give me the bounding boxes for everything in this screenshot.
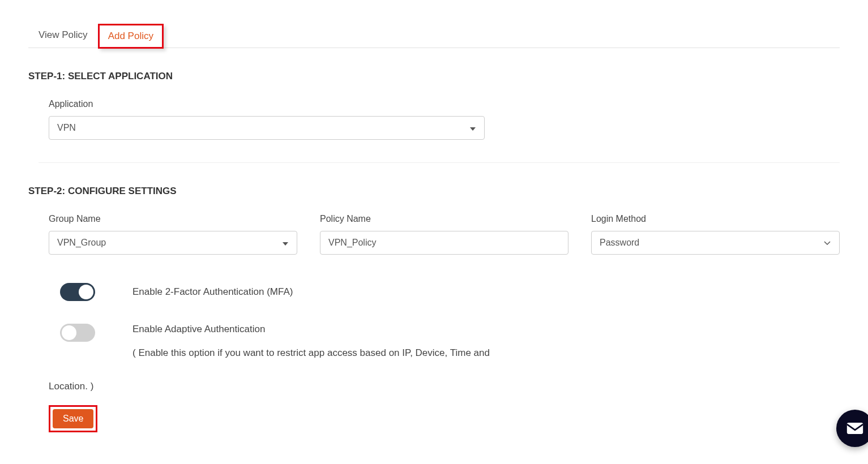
policy-name-label: Policy Name	[320, 214, 568, 224]
tab-view-policy[interactable]: View Policy	[28, 23, 98, 48]
application-select[interactable]: VPN	[49, 116, 485, 140]
policy-name-input[interactable]	[320, 231, 568, 255]
adaptive-desc-line2: Location. )	[49, 379, 840, 395]
step1-header: STEP-1: SELECT APPLICATION	[28, 71, 840, 82]
adaptive-desc-line1: ( Enable this option if you want to rest…	[132, 345, 840, 362]
svg-rect-0	[847, 423, 863, 434]
mfa-toggle-label: Enable 2-Factor Authentication (MFA)	[132, 286, 293, 298]
toggle-knob	[79, 285, 93, 299]
toggle-knob	[62, 325, 76, 340]
tab-add-policy[interactable]: Add Policy	[98, 24, 164, 49]
application-label: Application	[49, 99, 828, 109]
step2-header: STEP-2: CONFIGURE SETTINGS	[28, 186, 840, 197]
adaptive-toggle[interactable]	[60, 324, 95, 342]
adaptive-toggle-label: Enable Adaptive Authentication	[132, 324, 840, 335]
divider	[39, 162, 840, 163]
group-name-label: Group Name	[49, 214, 297, 224]
mfa-toggle[interactable]	[60, 283, 95, 301]
tabs-row: View Policy Add Policy	[28, 23, 840, 48]
group-name-select[interactable]: VPN_Group	[49, 231, 297, 255]
login-method-label: Login Method	[591, 214, 840, 224]
login-method-select[interactable]: Password	[591, 231, 840, 255]
save-highlight-box: Save	[49, 405, 97, 432]
save-button[interactable]: Save	[53, 409, 93, 428]
mail-icon	[845, 419, 865, 438]
